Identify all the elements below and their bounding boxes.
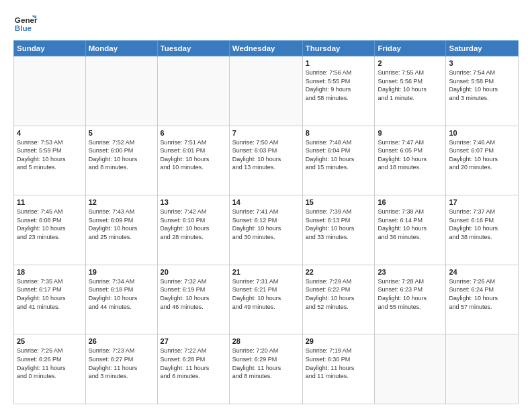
table-row: 21Sunrise: 7:31 AM Sunset: 6:21 PM Dayli…: [229, 265, 302, 334]
table-row: 1Sunrise: 7:56 AM Sunset: 5:55 PM Daylig…: [302, 56, 375, 126]
day-number: 18: [17, 268, 83, 276]
week-row-5: 25Sunrise: 7:25 AM Sunset: 6:26 PM Dayli…: [14, 334, 519, 404]
day-number: 25: [17, 337, 83, 345]
day-number: 9: [378, 129, 443, 137]
day-number: 23: [378, 268, 443, 276]
day-info: Sunrise: 7:42 AM Sunset: 6:10 PM Dayligh…: [161, 208, 226, 241]
table-row: 11Sunrise: 7:45 AM Sunset: 6:08 PM Dayli…: [14, 195, 86, 265]
day-info: Sunrise: 7:34 AM Sunset: 6:18 PM Dayligh…: [89, 277, 154, 311]
day-number: 8: [306, 129, 372, 137]
table-row: [14, 56, 86, 126]
day-number: 22: [306, 268, 372, 276]
week-row-2: 4Sunrise: 7:53 AM Sunset: 5:59 PM Daylig…: [14, 126, 519, 195]
table-row: 6Sunrise: 7:51 AM Sunset: 6:01 PM Daylig…: [157, 126, 229, 195]
day-info: Sunrise: 7:26 AM Sunset: 6:24 PM Dayligh…: [449, 277, 515, 311]
day-info: Sunrise: 7:31 AM Sunset: 6:21 PM Dayligh…: [232, 277, 300, 311]
day-number: 17: [449, 198, 515, 206]
day-info: Sunrise: 7:38 AM Sunset: 6:14 PM Dayligh…: [378, 208, 443, 241]
day-info: Sunrise: 7:19 AM Sunset: 6:30 PM Dayligh…: [306, 347, 372, 380]
table-row: 15Sunrise: 7:39 AM Sunset: 6:13 PM Dayli…: [302, 195, 375, 265]
table-row: 7Sunrise: 7:50 AM Sunset: 6:03 PM Daylig…: [229, 126, 302, 195]
table-row: 29Sunrise: 7:19 AM Sunset: 6:30 PM Dayli…: [302, 334, 375, 404]
day-info: Sunrise: 7:28 AM Sunset: 6:23 PM Dayligh…: [378, 277, 443, 311]
table-row: 12Sunrise: 7:43 AM Sunset: 6:09 PM Dayli…: [85, 195, 157, 265]
table-row: 27Sunrise: 7:22 AM Sunset: 6:28 PM Dayli…: [157, 334, 229, 404]
table-row: 25Sunrise: 7:25 AM Sunset: 6:26 PM Dayli…: [14, 334, 86, 404]
table-row: 22Sunrise: 7:29 AM Sunset: 6:22 PM Dayli…: [302, 265, 375, 334]
day-number: 1: [306, 59, 372, 67]
table-row: [375, 334, 446, 404]
day-info: Sunrise: 7:32 AM Sunset: 6:19 PM Dayligh…: [161, 277, 226, 311]
day-info: Sunrise: 7:52 AM Sunset: 6:00 PM Dayligh…: [89, 138, 154, 172]
day-info: Sunrise: 7:37 AM Sunset: 6:16 PM Dayligh…: [449, 208, 515, 241]
day-info: Sunrise: 7:29 AM Sunset: 6:22 PM Dayligh…: [306, 277, 372, 311]
table-row: 2Sunrise: 7:55 AM Sunset: 5:56 PM Daylig…: [375, 56, 446, 126]
table-row: 23Sunrise: 7:28 AM Sunset: 6:23 PM Dayli…: [375, 265, 446, 334]
table-row: 14Sunrise: 7:41 AM Sunset: 6:12 PM Dayli…: [229, 195, 302, 265]
table-row: 10Sunrise: 7:46 AM Sunset: 6:07 PM Dayli…: [446, 126, 519, 195]
table-row: [229, 56, 302, 126]
day-number: 21: [232, 268, 300, 276]
table-row: 9Sunrise: 7:47 AM Sunset: 6:05 PM Daylig…: [375, 126, 446, 195]
day-info: Sunrise: 7:46 AM Sunset: 6:07 PM Dayligh…: [449, 138, 515, 172]
day-number: 24: [449, 268, 515, 276]
day-info: Sunrise: 7:55 AM Sunset: 5:56 PM Dayligh…: [378, 68, 443, 102]
day-info: Sunrise: 7:53 AM Sunset: 5:59 PM Dayligh…: [17, 138, 83, 172]
table-row: 13Sunrise: 7:42 AM Sunset: 6:10 PM Dayli…: [157, 195, 229, 265]
day-number: 10: [449, 129, 515, 137]
day-number: 2: [378, 59, 443, 67]
table-row: [157, 56, 229, 126]
day-number: 15: [306, 198, 372, 206]
logo-icon: General Blue: [13, 11, 38, 35]
table-row: 26Sunrise: 7:23 AM Sunset: 6:27 PM Dayli…: [85, 334, 157, 404]
day-number: 14: [232, 198, 300, 206]
table-row: 28Sunrise: 7:20 AM Sunset: 6:29 PM Dayli…: [229, 334, 302, 404]
day-info: Sunrise: 7:47 AM Sunset: 6:05 PM Dayligh…: [378, 138, 443, 172]
col-thursday: Thursday: [302, 41, 375, 56]
day-info: Sunrise: 7:45 AM Sunset: 6:08 PM Dayligh…: [17, 208, 83, 241]
week-row-4: 18Sunrise: 7:35 AM Sunset: 6:17 PM Dayli…: [14, 265, 519, 334]
table-row: 20Sunrise: 7:32 AM Sunset: 6:19 PM Dayli…: [157, 265, 229, 334]
day-number: 12: [89, 198, 154, 206]
day-number: 28: [232, 337, 300, 345]
table-row: 24Sunrise: 7:26 AM Sunset: 6:24 PM Dayli…: [446, 265, 519, 334]
day-number: 4: [17, 129, 83, 137]
day-number: 29: [306, 337, 372, 345]
col-tuesday: Tuesday: [157, 41, 229, 56]
day-info: Sunrise: 7:39 AM Sunset: 6:13 PM Dayligh…: [306, 208, 372, 241]
table-row: 18Sunrise: 7:35 AM Sunset: 6:17 PM Dayli…: [14, 265, 86, 334]
day-info: Sunrise: 7:22 AM Sunset: 6:28 PM Dayligh…: [161, 347, 226, 380]
day-info: Sunrise: 7:56 AM Sunset: 5:55 PM Dayligh…: [306, 68, 372, 102]
table-row: 5Sunrise: 7:52 AM Sunset: 6:00 PM Daylig…: [85, 126, 157, 195]
day-info: Sunrise: 7:50 AM Sunset: 6:03 PM Dayligh…: [232, 138, 300, 172]
day-info: Sunrise: 7:20 AM Sunset: 6:29 PM Dayligh…: [232, 347, 300, 380]
day-info: Sunrise: 7:54 AM Sunset: 5:58 PM Dayligh…: [449, 68, 515, 102]
col-monday: Monday: [85, 41, 157, 56]
day-info: Sunrise: 7:35 AM Sunset: 6:17 PM Dayligh…: [17, 277, 83, 311]
day-info: Sunrise: 7:48 AM Sunset: 6:04 PM Dayligh…: [306, 138, 372, 172]
col-saturday: Saturday: [446, 41, 519, 56]
column-headers: Sunday Monday Tuesday Wednesday Thursday…: [14, 41, 519, 56]
day-info: Sunrise: 7:25 AM Sunset: 6:26 PM Dayligh…: [17, 347, 83, 380]
table-row: 17Sunrise: 7:37 AM Sunset: 6:16 PM Dayli…: [446, 195, 519, 265]
day-info: Sunrise: 7:43 AM Sunset: 6:09 PM Dayligh…: [89, 208, 154, 241]
day-number: 26: [89, 337, 154, 345]
col-wednesday: Wednesday: [229, 41, 302, 56]
col-sunday: Sunday: [14, 41, 86, 56]
header: General Blue: [13, 11, 519, 35]
week-row-1: 1Sunrise: 7:56 AM Sunset: 5:55 PM Daylig…: [14, 56, 519, 126]
week-row-3: 11Sunrise: 7:45 AM Sunset: 6:08 PM Dayli…: [14, 195, 519, 265]
day-number: 27: [161, 337, 226, 345]
svg-text:Blue: Blue: [15, 24, 32, 32]
table-row: 3Sunrise: 7:54 AM Sunset: 5:58 PM Daylig…: [446, 56, 519, 126]
day-number: 7: [232, 129, 300, 137]
table-row: [446, 334, 519, 404]
table-row: [85, 56, 157, 126]
col-friday: Friday: [375, 41, 446, 56]
day-info: Sunrise: 7:51 AM Sunset: 6:01 PM Dayligh…: [161, 138, 226, 172]
day-number: 3: [449, 59, 515, 67]
page: General Blue Sunday Monday Tuesday Wedne…: [0, 0, 532, 411]
day-number: 20: [161, 268, 226, 276]
day-number: 5: [89, 129, 154, 137]
table-row: 4Sunrise: 7:53 AM Sunset: 5:59 PM Daylig…: [14, 126, 86, 195]
